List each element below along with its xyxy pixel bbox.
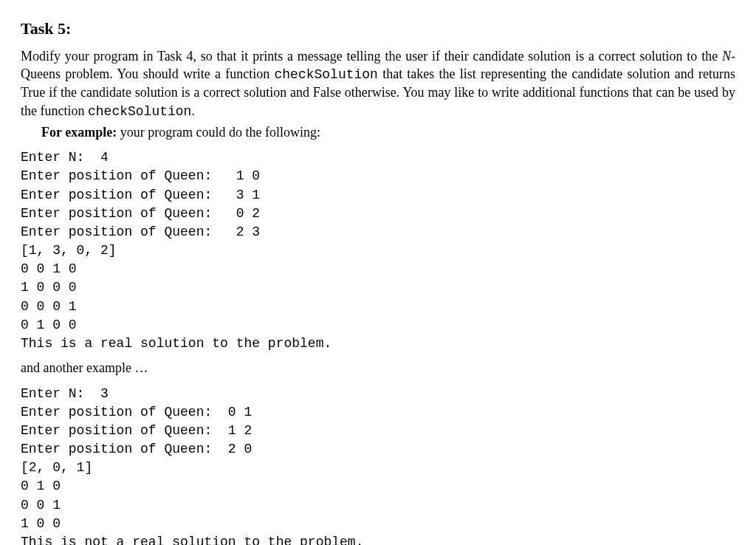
nqueens-n: N xyxy=(722,49,731,64)
body-suffix: . xyxy=(191,103,195,118)
example-intro: For example: your program could do the f… xyxy=(41,123,735,141)
code-block-1: Enter N: 4 Enter position of Queen: 1 0 … xyxy=(21,148,735,353)
example-intro-bold: For example: xyxy=(41,125,117,140)
func-name-1: checkSolution xyxy=(275,67,378,82)
func-name-2: checkSolution xyxy=(88,104,191,119)
and-another: and another example … xyxy=(21,359,735,377)
code-block-2: Enter N: 3 Enter position of Queen: 0 1 … xyxy=(21,385,735,545)
task-body: Modify your program in Task 4, so that i… xyxy=(21,47,735,120)
body-prefix: Modify your program in Task 4, so that i… xyxy=(21,49,722,64)
task-title: Task 5: xyxy=(21,18,735,40)
example-intro-rest: your program could do the following: xyxy=(117,125,320,140)
